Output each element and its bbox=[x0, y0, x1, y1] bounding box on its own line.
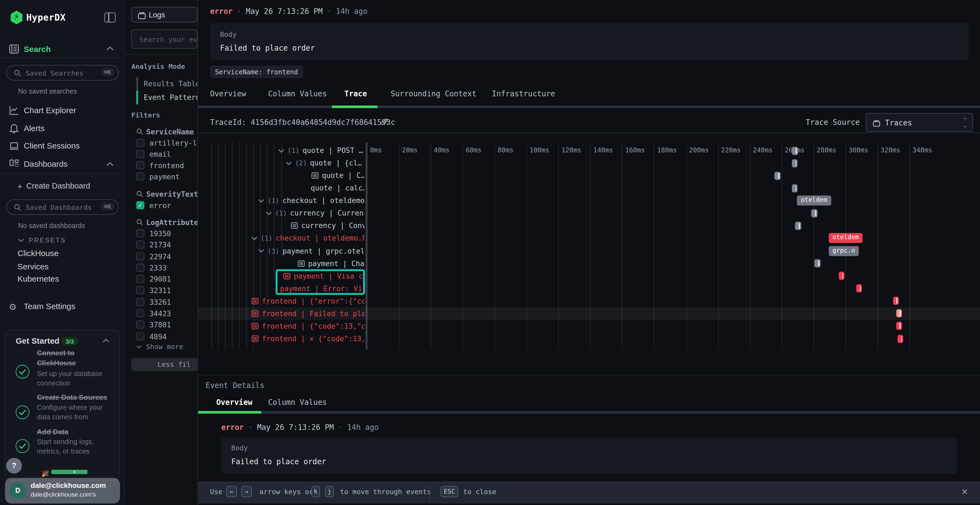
edit-trace-icon[interactable] bbox=[380, 118, 389, 126]
tab-surrounding-context[interactable]: Surrounding Context bbox=[391, 89, 476, 98]
filter-option[interactable]: ✓error bbox=[136, 200, 197, 212]
event-tab-column-values[interactable]: Column Values bbox=[268, 398, 327, 407]
span-duration-bar[interactable] bbox=[896, 310, 902, 318]
span-row[interactable]: (3)payment | grpc.oteld…grpc.o bbox=[198, 245, 980, 257]
checkbox[interactable] bbox=[136, 139, 145, 147]
span-duration-bar[interactable] bbox=[896, 322, 902, 330]
filter-option[interactable]: frontend bbox=[136, 160, 197, 172]
presets-header[interactable]: PRESETS bbox=[29, 236, 66, 244]
filter-option[interactable]: 22974 bbox=[136, 251, 197, 263]
span-duration-bar[interactable] bbox=[811, 209, 817, 218]
checkbox[interactable] bbox=[136, 252, 145, 260]
checkbox[interactable] bbox=[136, 275, 145, 283]
filter-option[interactable]: 34423 bbox=[136, 308, 197, 320]
saved-searches-input[interactable]: Saved Searches ⌘K bbox=[6, 65, 119, 81]
search-icon[interactable] bbox=[136, 219, 143, 226]
create-dashboard-button[interactable]: + Create Dashboard bbox=[0, 181, 125, 196]
event-search-input[interactable]: Search your ev bbox=[131, 29, 197, 49]
checkbox[interactable] bbox=[136, 161, 145, 169]
span-duration-bar[interactable] bbox=[775, 172, 781, 180]
checkbox[interactable] bbox=[136, 173, 145, 181]
chevron-down-icon[interactable] bbox=[286, 161, 292, 165]
checkbox[interactable] bbox=[136, 241, 145, 249]
filter-option[interactable]: 2333 bbox=[136, 263, 197, 274]
span-duration-bar[interactable] bbox=[792, 146, 798, 154]
sidebar-item-search[interactable]: Search bbox=[0, 44, 125, 59]
chevron-down-icon[interactable] bbox=[251, 236, 258, 241]
user-menu[interactable]: D dale@clickhouse.com dale@clickhouse.co… bbox=[5, 478, 120, 503]
less-filters-button[interactable]: Less fil bbox=[131, 358, 197, 371]
sidebar-item-dashboards[interactable]: Dashboards bbox=[0, 159, 125, 173]
checkbox[interactable] bbox=[136, 286, 145, 295]
span-duration-bar[interactable] bbox=[897, 335, 903, 343]
span-duration-bar[interactable] bbox=[795, 222, 801, 230]
checkbox[interactable] bbox=[136, 150, 145, 158]
search-icon[interactable] bbox=[136, 191, 143, 197]
span-duration-bar[interactable] bbox=[893, 297, 899, 305]
span-duration-bar[interactable] bbox=[792, 159, 797, 167]
filter-option[interactable]: payment bbox=[136, 172, 197, 183]
sidebar-item-kubernetes[interactable]: Kubernetes bbox=[18, 274, 59, 284]
chevron-up-icon[interactable] bbox=[103, 338, 110, 343]
checkbox[interactable] bbox=[136, 332, 145, 340]
mode-results-table[interactable]: Results Table bbox=[144, 79, 200, 88]
checkbox[interactable] bbox=[136, 229, 145, 238]
event-tab-overview[interactable]: Overview bbox=[216, 398, 252, 407]
sidebar-item-alerts[interactable]: Alerts bbox=[0, 123, 125, 138]
chevron-down-icon[interactable] bbox=[266, 211, 272, 216]
service-name-chip[interactable]: ServiceName: frontend bbox=[210, 65, 303, 78]
tab-column-values[interactable]: Column Values bbox=[268, 89, 327, 98]
span-row[interactable]: quote | calc… bbox=[198, 182, 980, 195]
span-row[interactable]: currency | Conv… bbox=[198, 219, 980, 232]
trace-source-select[interactable]: Traces ⌃⌄ bbox=[865, 113, 973, 132]
chevron-down-icon[interactable] bbox=[258, 249, 264, 253]
sidebar-collapse-icon[interactable] bbox=[104, 13, 115, 22]
chevron-down-icon[interactable] bbox=[258, 199, 264, 203]
filter-option[interactable]: 19350 bbox=[136, 229, 197, 240]
mode-event-patterns[interactable]: Event Patterns bbox=[144, 93, 204, 102]
checkbox[interactable] bbox=[136, 321, 145, 329]
show-more-toggle[interactable]: Show more bbox=[136, 343, 183, 351]
filter-option[interactable]: email bbox=[136, 149, 197, 160]
span-row[interactable]: frontend | {"code":13,"det… bbox=[198, 320, 980, 332]
span-row[interactable]: (1)quote | POST … bbox=[198, 144, 980, 157]
span-duration-bar[interactable] bbox=[856, 284, 862, 292]
close-icon[interactable]: ✕ bbox=[961, 487, 968, 497]
search-icon[interactable] bbox=[136, 128, 143, 135]
span-duration-bar[interactable] bbox=[792, 184, 798, 192]
span-label-chip[interactable]: grpc.o bbox=[829, 246, 859, 256]
span-row[interactable]: (1)currency | Currenc… bbox=[198, 207, 980, 219]
checkbox[interactable] bbox=[136, 310, 145, 318]
sidebar-item-services[interactable]: Services bbox=[18, 262, 48, 271]
sidebar-item-client-sessions[interactable]: Client Sessions bbox=[0, 141, 125, 156]
filter-option[interactable]: 33261 bbox=[136, 297, 197, 308]
span-row[interactable]: (1)checkout | oteldemo.…oteldem bbox=[198, 195, 980, 207]
span-duration-bar[interactable] bbox=[839, 272, 845, 280]
span-row[interactable]: frontend | {"error":{"code… bbox=[198, 295, 980, 307]
tab-trace[interactable]: Trace bbox=[344, 89, 367, 98]
chevron-down-icon[interactable] bbox=[278, 148, 285, 152]
checkbox[interactable] bbox=[136, 264, 145, 272]
filter-option[interactable]: 32311 bbox=[136, 286, 197, 297]
sidebar-item-team-settings[interactable]: ⚙ Team Settings bbox=[0, 301, 125, 316]
sidebar-item-chart-explorer[interactable]: Chart Explorer bbox=[0, 105, 125, 120]
checkbox-checked[interactable]: ✓ bbox=[136, 201, 145, 209]
span-row[interactable]: frontend | × {"code":13,"d… bbox=[198, 332, 980, 345]
filter-option[interactable]: 21734 bbox=[136, 240, 197, 251]
saved-dashboards-input[interactable]: Saved Dashboards ⌘K bbox=[6, 199, 119, 215]
tab-infrastructure[interactable]: Infrastructure bbox=[492, 89, 555, 98]
span-row[interactable]: payment | Charge … bbox=[198, 257, 980, 270]
tab-overview[interactable]: Overview bbox=[210, 89, 246, 98]
span-duration-bar[interactable] bbox=[815, 259, 821, 267]
span-row[interactable]: (1)checkout | oteldemo.Pa…oteldem bbox=[198, 232, 980, 245]
filter-option[interactable]: 37801 bbox=[136, 320, 197, 332]
chevron-down-icon[interactable] bbox=[18, 238, 24, 243]
span-row[interactable]: quote | C… bbox=[198, 169, 980, 182]
span-label-chip[interactable]: oteldem bbox=[829, 233, 862, 243]
span-row[interactable]: (2)quote | {cl… bbox=[198, 157, 980, 169]
span-label-chip[interactable]: oteldem bbox=[797, 195, 831, 206]
filter-option[interactable]: artillery-loa bbox=[136, 138, 197, 149]
sidebar-item-clickhouse[interactable]: ClickHouse bbox=[18, 249, 59, 258]
source-selector-button[interactable]: Logs bbox=[131, 7, 197, 22]
span-row[interactable]: frontend | Failed to place… bbox=[198, 307, 980, 320]
